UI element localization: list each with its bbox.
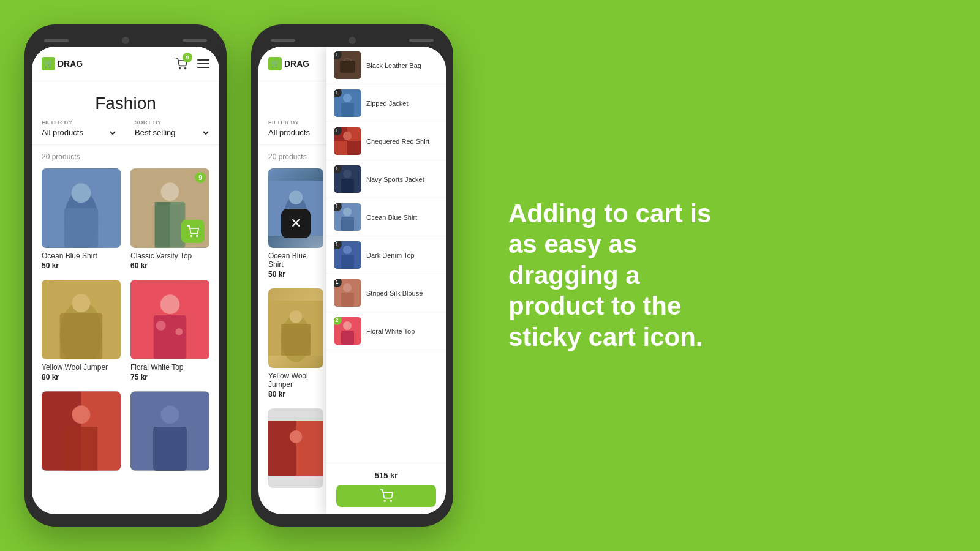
svg-point-4	[72, 183, 91, 203]
product-card-p2-red[interactable]	[268, 408, 323, 488]
svg-point-61	[343, 246, 352, 254]
svg-rect-65	[341, 293, 354, 307]
phone-2: 🛒 DRAG	[251, 24, 453, 527]
product-price-varsity: 60 kr	[130, 261, 209, 270]
promo-section: Adding to cart is as easy as dragging a …	[478, 198, 956, 353]
svg-rect-26	[65, 427, 98, 470]
product-card-varsity[interactable]: 9 Classic Varsity Top 60 kr	[130, 168, 209, 270]
phone-1-screen: 🛒 DRAG 9	[32, 47, 219, 514]
logo-icon-1: 🛒	[42, 57, 55, 70]
cart-item-name-chequered: Chequered Red Shirt	[366, 138, 429, 145]
notch-camera	[122, 37, 129, 44]
product-card-p2-yellow[interactable]: Yellow Wool Jumper 80 kr	[268, 288, 323, 399]
scene: 🛒 DRAG 9	[0, 0, 980, 551]
cart-item-name-silk: Striped Silk Blouse	[366, 290, 423, 297]
logo-text-2: DRAG	[284, 59, 309, 69]
product-image-floral	[130, 280, 209, 359]
svg-rect-62	[341, 255, 354, 269]
product-card-ocean-blue[interactable]: Ocean Blue Shirt 50 kr	[42, 168, 121, 270]
product-price-ocean-blue: 50 kr	[42, 261, 121, 270]
filters-row-1: FILTER BY All products SORT BY Best sell…	[32, 119, 219, 145]
cart-items-list: 1 Black Leather Bag 1 Zipped Jacket	[326, 47, 446, 463]
checkout-button[interactable]	[336, 485, 436, 507]
product-card-denim[interactable]	[130, 391, 209, 474]
cart-item-zipped: 1 Zipped Jacket	[326, 84, 446, 122]
phone-2-screen: 🛒 DRAG	[258, 47, 446, 514]
cart-item-ocean-cart: 1 Ocean Blue Shirt	[326, 198, 446, 236]
page-title-1: Fashion	[32, 81, 219, 119]
svg-rect-46	[340, 61, 355, 73]
svg-rect-68	[341, 331, 354, 345]
app-header-1: 🛒 DRAG 9	[32, 47, 219, 81]
cart-thumb-dark-denim: 1	[334, 241, 361, 269]
sort-by-label: SORT BY	[135, 119, 209, 126]
header-actions-1: 9	[172, 54, 209, 73]
product-name-ocean-blue: Ocean Blue Shirt	[42, 252, 121, 260]
cart-thumb-black-bag: 1	[334, 51, 361, 79]
svg-point-64	[343, 283, 352, 292]
svg-point-0	[179, 68, 181, 69]
cart-thumb-ocean: 1	[334, 203, 361, 231]
menu-icon-1[interactable]	[197, 59, 209, 68]
product-card-p2-ocean[interactable]: ✕ Ocean Blue Shirt 50 kr	[268, 168, 323, 279]
product-name-floral: Floral White Top	[130, 363, 209, 372]
svg-point-11	[191, 236, 192, 237]
phone-1: 🛒 DRAG 9	[24, 24, 227, 527]
drag-badge: 9	[195, 172, 206, 183]
cart-thumb-floral: 2	[334, 317, 361, 345]
logo-icon-2: 🛒	[268, 57, 282, 70]
cart-thumb-silk: 1	[334, 279, 361, 307]
filter-by-select[interactable]: All products	[42, 128, 116, 137]
cart-item-silk: 1 Striped Silk Blouse	[326, 274, 446, 312]
close-x-button[interactable]: ✕	[281, 209, 311, 238]
cart-item-dark-denim: 1 Dark Denim Top	[326, 236, 446, 274]
logo-text-1: DRAG	[58, 59, 83, 69]
product-price-p2-ocean: 50 kr	[268, 270, 323, 279]
logo-2: 🛒 DRAG	[268, 57, 309, 70]
product-image-yellow-wool	[42, 280, 121, 359]
product-image-denim	[130, 391, 209, 471]
filter-by-group: FILTER BY All products	[42, 119, 116, 137]
product-image-ocean-blue	[42, 168, 121, 248]
svg-rect-30	[154, 427, 187, 470]
svg-point-20	[156, 321, 166, 331]
product-name-yellow-wool: Yellow Wool Jumper	[42, 363, 121, 372]
cart-footer: 515 kr	[326, 463, 446, 514]
svg-rect-59	[341, 217, 354, 231]
svg-point-70	[390, 500, 391, 501]
notch-right-2	[409, 39, 434, 42]
cart-item-name-floral: Floral White Top	[366, 328, 415, 335]
product-price-p2-yellow: 80 kr	[268, 390, 323, 399]
product-card-floral[interactable]: Floral White Top 75 kr	[130, 280, 209, 381]
cart-thumb-navy: 1	[334, 165, 361, 193]
product-image-p2-red	[268, 408, 323, 488]
svg-point-53	[343, 132, 352, 140]
cart-item-chequered: 1 Chequered Red Shirt	[326, 122, 446, 160]
svg-point-55	[343, 170, 352, 178]
svg-point-25	[72, 405, 91, 424]
product-price-floral: 75 kr	[130, 373, 209, 381]
svg-point-18	[160, 294, 180, 314]
product-card-red-bottom[interactable]	[42, 391, 121, 474]
svg-rect-56	[341, 179, 354, 193]
sort-by-select[interactable]: Best selling	[135, 128, 209, 137]
svg-point-58	[343, 208, 352, 216]
cart-button-1[interactable]: 9	[172, 54, 191, 73]
svg-point-48	[343, 94, 352, 102]
cart-badge-1: 9	[183, 53, 192, 62]
cart-item-name-ocean: Ocean Blue Shirt	[366, 214, 417, 221]
svg-point-44	[290, 430, 303, 443]
products-grid-1: Ocean Blue Shirt 50 kr	[32, 168, 219, 487]
svg-point-35	[289, 191, 303, 204]
svg-rect-42	[268, 421, 296, 476]
svg-point-67	[343, 321, 352, 330]
svg-point-28	[161, 405, 179, 424]
svg-rect-40	[281, 324, 311, 356]
product-price-yellow-wool: 80 kr	[42, 373, 121, 381]
product-card-yellow-wool[interactable]: Yellow Wool Jumper 80 kr	[42, 280, 121, 381]
notch-left	[44, 39, 69, 42]
logo-1: 🛒 DRAG	[42, 57, 83, 70]
svg-point-39	[290, 310, 303, 323]
svg-point-69	[384, 500, 385, 501]
product-image-p2-yellow	[268, 288, 323, 368]
